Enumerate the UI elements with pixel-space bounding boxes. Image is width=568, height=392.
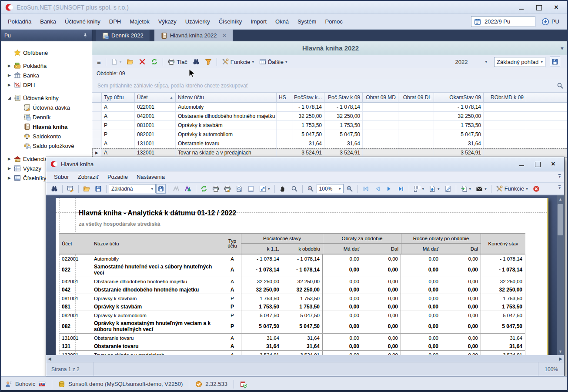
watermark-on-button[interactable] — [182, 184, 194, 194]
grid-cell[interactable]: A — [102, 139, 135, 148]
grid-cell[interactable]: Obstaranie tovaru — [176, 139, 277, 148]
preview-horizontal-scrollbar[interactable]: ◀ ▶ — [46, 355, 564, 362]
grid-cell[interactable]: A — [102, 103, 135, 112]
grid-cell[interactable] — [363, 148, 398, 157]
sidebar-item--tovn-knihy[interactable]: ◢Účtovné knihy — [1, 94, 92, 102]
grid-cell[interactable]: Oprávky k stavbám — [176, 121, 277, 130]
grid-cell[interactable]: 081001 — [135, 121, 176, 130]
pin-icon[interactable] — [82, 33, 88, 39]
child-menu-pozadie[interactable]: Pozadie — [103, 172, 132, 182]
preview-search-button[interactable] — [49, 184, 60, 194]
grid-cell[interactable] — [277, 139, 293, 148]
grid-cell[interactable]: 32 250,00 — [324, 112, 363, 121]
grid-cell[interactable] — [363, 130, 398, 139]
collapse-arrow-icon[interactable]: ▶ — [7, 73, 12, 77]
grid-column-header[interactable]: Obrat 09 MD — [363, 93, 398, 103]
print-preview[interactable]: Hlavná kniha - Analytická k dátumu 01-12… — [46, 195, 564, 355]
scroll-right-icon[interactable]: ▶ — [559, 356, 562, 361]
table-row[interactable]: A131001Obstaranie tovaru31,6431,6431,64 — [92, 139, 568, 148]
grid-cell[interactable]: 5 047,50 — [324, 130, 363, 139]
grid-cell[interactable] — [363, 121, 398, 130]
close-preview-button[interactable] — [531, 184, 542, 194]
grid-cell[interactable]: 32 250,00 — [293, 112, 324, 121]
background-color-button[interactable]: ▾ — [427, 184, 442, 194]
grid-cell[interactable]: P — [102, 121, 135, 130]
filter-button[interactable] — [203, 57, 214, 67]
quick-print-button[interactable] — [222, 184, 233, 194]
table-row[interactable]: A022001Automobily- 1 078,14- 1 078,14- 1… — [92, 103, 568, 112]
grid-cell[interactable]: 3 524,91 — [293, 148, 324, 157]
grid-column-header[interactable] — [92, 93, 102, 103]
grid-cell[interactable]: Automobily — [176, 103, 277, 112]
next-page-button[interactable] — [384, 185, 395, 192]
menu-pokladna[interactable]: Pokladňa — [3, 16, 36, 27]
magnifier-tool-button[interactable] — [289, 184, 300, 194]
print-report-button[interactable] — [210, 184, 221, 194]
menu-import[interactable]: Import — [246, 16, 271, 27]
menu-okna[interactable]: Okná — [271, 16, 293, 27]
scroll-up-icon[interactable]: ▲ — [557, 195, 564, 203]
scrollbar-thumb[interactable] — [558, 204, 563, 235]
grid-cell[interactable] — [484, 103, 526, 112]
grid-cell[interactable]: 022001 — [135, 103, 176, 112]
sidebar-item--tovn-d-vka[interactable]: Účtovná dávka — [1, 103, 92, 112]
multi-page-button[interactable]: ▾ — [411, 184, 427, 194]
grid-column-header[interactable]: PočStav k... — [293, 93, 324, 103]
grid-cell[interactable]: 1 753,50 — [434, 121, 484, 130]
grid-cell[interactable]: 31,64 — [434, 139, 484, 148]
table-row[interactable]: A042001Obstaranie dlhodobého hnotného ma… — [92, 112, 568, 121]
sidebar-item-poklad-a[interactable]: ▶Pokladňa — [1, 61, 92, 70]
zoom-in-button[interactable] — [344, 184, 355, 194]
grid-cell[interactable]: - 1 078,14 — [293, 103, 324, 112]
grid-column-header[interactable]: OkamStav 09 — [434, 93, 484, 103]
tab-dennik-2022[interactable]: Denník 2022 — [96, 30, 150, 41]
tab-hlavna-kniha-2022[interactable]: Hlavná kniha 2022 ✕ — [154, 30, 233, 41]
grid-cell[interactable]: Oprávky k automobilom — [176, 130, 277, 139]
grid-cell[interactable]: 32 250,00 — [434, 112, 484, 121]
preview-vertical-scrollbar[interactable]: ▲ ▼ — [557, 195, 564, 355]
toolbar-menu-button[interactable]: ≡ — [95, 57, 103, 67]
grid-cell[interactable] — [277, 148, 293, 157]
grid-cell[interactable]: 5 047,50 — [434, 130, 484, 139]
grid-cell[interactable] — [277, 112, 293, 121]
watermark-off-button[interactable] — [170, 184, 182, 194]
grid-cell[interactable] — [277, 103, 293, 112]
new-record-button[interactable]: ▾ — [109, 57, 124, 67]
grid-cell[interactable]: 1 753,50 — [293, 121, 324, 130]
page-setup-button[interactable] — [245, 184, 257, 194]
menu-system[interactable]: Systém — [293, 16, 321, 27]
child-minimize-button[interactable] — [519, 161, 525, 167]
grid-cell[interactable]: 31,64 — [324, 139, 363, 148]
menu-overflow-icon[interactable]: ▾ — [558, 174, 561, 178]
open-button[interactable] — [124, 57, 136, 67]
grid-cell[interactable]: 3 524,91 — [324, 148, 363, 157]
menu-banka[interactable]: Banka — [36, 16, 60, 27]
collapse-arrow-icon[interactable]: ▶ — [7, 83, 12, 87]
grid-cell[interactable] — [484, 112, 526, 121]
grid-column-header[interactable]: Typ účtu — [102, 93, 135, 103]
table-row[interactable]: P082001Oprávky k automobilom5 047,505 04… — [92, 130, 568, 139]
collapse-arrow-icon[interactable]: ▶ — [7, 176, 12, 180]
grid-column-header[interactable]: Názov účtu — [176, 93, 277, 103]
save-layout-button[interactable] — [156, 184, 166, 194]
pu-button[interactable]: PU — [541, 18, 559, 26]
expand-arrow-icon[interactable]: ◢ — [7, 96, 12, 100]
child-menu-subor[interactable]: Súbor — [50, 172, 74, 182]
open-report-button[interactable] — [81, 184, 92, 194]
grid-cell[interactable]: Obstaranie dlhodobého hnotného majetku — [176, 112, 277, 121]
grid-cell[interactable] — [398, 148, 434, 157]
grid-cell[interactable]: - 1 078,14 — [324, 103, 363, 112]
grid-cell[interactable] — [363, 112, 398, 121]
collapse-arrow-icon[interactable]: ▶ — [7, 64, 12, 68]
zoom-out-button[interactable] — [305, 184, 316, 194]
refresh-report-button[interactable] — [198, 184, 210, 194]
search-icon[interactable] — [557, 82, 564, 89]
table-row[interactable]: ▶A132001Tovar na sklade a v predajniach3… — [92, 148, 568, 157]
header-chevron-down-icon[interactable]: ▼ — [560, 46, 565, 51]
grid-cell[interactable]: 042001 — [135, 112, 176, 121]
collapse-arrow-icon[interactable]: ▶ — [7, 166, 12, 171]
grid-cell[interactable]: Tovar na sklade a v predajniach — [176, 148, 277, 157]
grid-cell[interactable] — [363, 139, 398, 148]
sidebar-item-saldo-polo-kov-[interactable]: Saldo položkové — [1, 141, 92, 150]
previous-page-button[interactable] — [372, 185, 383, 192]
